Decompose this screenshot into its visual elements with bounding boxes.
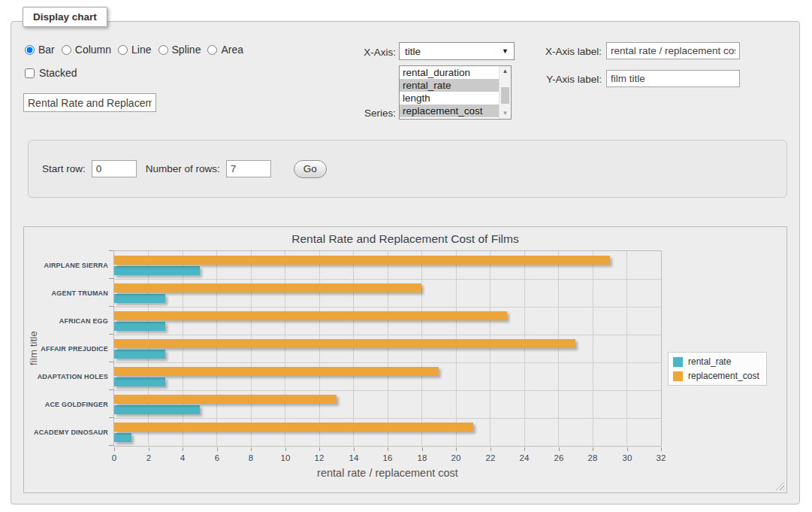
y-category-label: AGENT TRUMAN — [26, 289, 108, 297]
series-option-replacement_cost[interactable]: replacement_cost — [400, 105, 499, 117]
gridline-vertical — [456, 251, 457, 446]
bar-replacement_cost[interactable] — [114, 311, 507, 320]
gridline-vertical — [148, 251, 149, 446]
bar-replacement_cost[interactable] — [114, 339, 575, 348]
chart-title-input[interactable] — [23, 93, 156, 112]
y-axis-tick — [109, 306, 113, 307]
panel-title: Display chart — [23, 7, 107, 27]
chart-type-radio-label: Line — [131, 44, 151, 56]
y-axis-label-label: Y-Axis label: — [507, 74, 602, 85]
x-axis-select-label: X-Axis: — [327, 47, 396, 58]
rows-panel: Start row: Number of rows: Go — [28, 140, 787, 198]
x-axis-tick — [285, 447, 286, 451]
y-category-label: ACADEMY DINOSAUR — [26, 429, 108, 436]
y-axis-tick — [109, 362, 113, 362]
x-axis-tick — [593, 447, 593, 451]
gridline-vertical — [490, 251, 491, 446]
y-axis-tick — [109, 250, 113, 251]
gridline-vertical — [593, 251, 593, 446]
y-category-label: AIRPLANE SIERRA — [26, 262, 108, 269]
x-tick-label: 16 — [374, 453, 401, 462]
gridline-vertical — [353, 251, 354, 446]
x-axis-tick — [388, 447, 388, 451]
chart-type-radio-area[interactable] — [207, 45, 217, 55]
y-category-label: ACE GOLDFINGER — [26, 401, 108, 408]
num-rows-label: Number of rows: — [146, 163, 220, 174]
x-tick-label: 2 — [135, 453, 162, 462]
start-row-input[interactable] — [92, 160, 137, 177]
num-rows-input[interactable] — [226, 160, 271, 177]
x-tick-label: 4 — [169, 453, 196, 462]
x-axis-tick — [217, 447, 218, 451]
series-option-rental_duration[interactable]: rental_duration — [400, 66, 499, 79]
x-axis-tick — [456, 447, 457, 451]
stacked-label: Stacked — [39, 67, 77, 79]
scrollbar-thumb[interactable] — [501, 87, 509, 104]
bar-replacement_cost[interactable] — [114, 283, 421, 292]
x-axis-tick — [422, 447, 423, 451]
x-axis-tick — [627, 447, 628, 451]
chart-resize-handle[interactable] — [776, 482, 784, 490]
chart-type-radio-spline[interactable] — [158, 45, 168, 55]
legend-item-replacement_cost[interactable]: replacement_cost — [673, 371, 759, 381]
x-tick-label: 18 — [409, 453, 436, 462]
series-option-length[interactable]: length — [400, 92, 499, 105]
gridline-vertical — [251, 251, 252, 446]
gridline-vertical — [183, 251, 183, 446]
y-axis-tick — [109, 334, 113, 335]
chart-type-option-area[interactable]: Area — [207, 44, 243, 56]
chart-type-option-bar[interactable]: Bar — [25, 44, 55, 56]
x-axis-label-input[interactable] — [606, 42, 740, 59]
chart-type-options: BarColumnLineSplineArea — [25, 44, 250, 56]
scroll-down-icon[interactable]: ▼ — [500, 108, 511, 119]
x-axis-tick — [354, 447, 355, 451]
plot-area — [113, 250, 662, 447]
bar-rental_rate[interactable] — [114, 266, 200, 275]
x-tick-label: 22 — [477, 453, 504, 462]
x-tick-label: 12 — [306, 453, 333, 462]
gridline-vertical — [285, 251, 285, 446]
y-category-label: ADAPTATION HOLES — [26, 373, 108, 380]
gridline-vertical — [558, 251, 559, 446]
bar-rental_rate[interactable] — [114, 294, 165, 303]
series-option-rental_rate[interactable]: rental_rate — [400, 79, 499, 92]
gridline-horizontal — [114, 390, 661, 391]
bar-replacement_cost[interactable] — [114, 256, 610, 265]
x-tick-label: 24 — [511, 453, 538, 462]
chart-legend: rental_ratereplacement_cost — [668, 352, 767, 386]
bar-rental_rate[interactable] — [114, 405, 200, 414]
gridline-vertical — [421, 251, 422, 446]
x-axis-tick — [491, 447, 491, 451]
series-listbox[interactable]: rental_durationrental_ratelengthreplacem… — [399, 65, 512, 120]
bar-rental_rate[interactable] — [114, 433, 131, 442]
stacked-checkbox[interactable] — [25, 68, 35, 78]
bar-rental_rate[interactable] — [114, 377, 165, 386]
x-axis-tick — [559, 447, 560, 451]
chart-type-radio-label: Column — [75, 44, 111, 56]
legend-item-rental_rate[interactable]: rental_rate — [673, 356, 759, 367]
x-tick-label: 6 — [204, 453, 231, 462]
chart-type-radio-bar[interactable] — [25, 45, 35, 55]
bar-replacement_cost[interactable] — [114, 395, 337, 404]
bar-rental_rate[interactable] — [114, 322, 165, 331]
chart-type-option-column[interactable]: Column — [62, 44, 111, 56]
chart-type-option-spline[interactable]: Spline — [158, 44, 201, 56]
chart-type-option-line[interactable]: Line — [118, 44, 151, 56]
gridline-vertical — [626, 251, 627, 446]
y-axis-label-input[interactable] — [606, 70, 740, 87]
bar-replacement_cost[interactable] — [114, 423, 473, 432]
x-tick-label: 28 — [579, 453, 606, 462]
bar-rental_rate[interactable] — [114, 350, 165, 359]
x-axis-select[interactable]: title ▼ — [399, 42, 515, 60]
legend-label: replacement_cost — [688, 371, 759, 381]
legend-swatch-replacement_cost — [673, 371, 683, 381]
x-axis-title: rental rate / replacement cost — [114, 467, 661, 479]
y-axis-tick — [109, 278, 113, 279]
bar-replacement_cost[interactable] — [114, 367, 439, 376]
gridline-vertical — [388, 251, 388, 446]
chart-type-radio-label: Spline — [172, 44, 201, 56]
gridline-horizontal — [114, 418, 661, 419]
go-button[interactable]: Go — [294, 160, 327, 178]
chart-type-radio-line[interactable] — [118, 45, 128, 55]
chart-type-radio-column[interactable] — [62, 45, 71, 55]
